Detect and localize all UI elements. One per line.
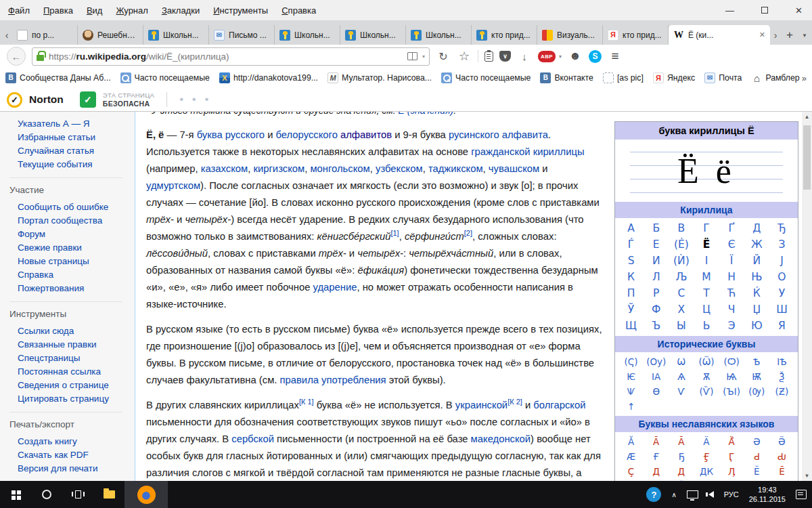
- sidebar-link[interactable]: Скачать как PDF: [18, 448, 122, 462]
- letter-cell[interactable]: М: [694, 269, 719, 285]
- letter-cell[interactable]: Ѕ: [618, 253, 644, 269]
- sidebar-link[interactable]: Новые страницы: [18, 255, 122, 268]
- article-link[interactable]: удмуртском: [146, 180, 200, 191]
- letter-cell[interactable]: Ӡ: [769, 479, 794, 481]
- article-link[interactable]: киргизском: [254, 163, 305, 174]
- letter-cell[interactable]: Ғ: [644, 449, 669, 464]
- letter-cell[interactable]: Д: [669, 464, 694, 479]
- letter-cell[interactable]: (Ѷ): [694, 384, 719, 399]
- letter-cell[interactable]: Ќ: [744, 285, 769, 301]
- letter-cell[interactable]: Ѱ: [618, 384, 644, 399]
- menu-item[interactable]: Файл: [8, 5, 30, 16]
- letter-cell[interactable]: Ѥ: [618, 369, 644, 384]
- browser-tab[interactable]: Письмо ...: [209, 25, 275, 45]
- letter-cell[interactable]: А: [618, 220, 644, 236]
- letter-cell[interactable]: (Оу): [644, 354, 669, 369]
- article-link[interactable]: ударение: [313, 282, 357, 293]
- letter-cell[interactable]: Е: [644, 236, 669, 253]
- letter-cell[interactable]: Я: [769, 318, 794, 334]
- letter-cell[interactable]: Ѧ: [669, 369, 694, 384]
- file-explorer-button[interactable]: [93, 481, 125, 508]
- browser-tab[interactable]: Школьн...: [406, 25, 472, 45]
- bookmark-item[interactable]: Часто посещаемые: [441, 72, 531, 83]
- browser-tab[interactable]: Школьн...: [275, 25, 340, 45]
- browser-tab[interactable]: Школьн...: [340, 25, 406, 45]
- letter-cell[interactable]: Ѣ: [744, 354, 769, 369]
- sidebar-link[interactable]: Указатель А — Я: [18, 117, 135, 131]
- reference-link[interactable]: [1]: [390, 229, 399, 237]
- menu-item[interactable]: Журнал: [116, 5, 148, 16]
- tab-list-dropdown-icon[interactable]: ▾: [798, 25, 811, 45]
- letter-cell[interactable]: Р: [644, 285, 669, 301]
- sidebar-link[interactable]: Портал сообщества: [18, 214, 122, 228]
- sidebar-link[interactable]: Избранные статьи: [18, 131, 135, 144]
- scrollbar-thumb[interactable]: [803, 125, 811, 190]
- letter-cell[interactable]: Б: [644, 220, 669, 236]
- letter-cell[interactable]: Э: [719, 318, 744, 334]
- menu-item[interactable]: Справка: [281, 5, 316, 16]
- menu-item[interactable]: Правка: [43, 5, 73, 16]
- letter-cell[interactable]: Ч: [719, 301, 744, 318]
- article-link[interactable]: казахском: [201, 163, 248, 174]
- reference-link[interactable]: [К 1]: [299, 398, 314, 406]
- reload-button[interactable]: ↻: [436, 50, 451, 63]
- hidden-icons-chevron[interactable]: ∧: [671, 491, 676, 499]
- sidebar-link[interactable]: Случайная статья: [18, 144, 135, 158]
- sidebar-link[interactable]: Форум: [18, 228, 122, 241]
- letter-cell[interactable]: (Ҁ): [618, 354, 644, 369]
- letter-cell[interactable]: Ѭ: [744, 369, 769, 384]
- letter-cell[interactable]: З: [769, 236, 794, 253]
- letter-cell[interactable]: Ѡ: [669, 354, 694, 369]
- letter-cell[interactable]: Є: [719, 236, 744, 253]
- letter-cell[interactable]: ЗК: [719, 479, 744, 481]
- bookmark-item[interactable]: Сообщества Даны Аб...: [5, 72, 111, 83]
- letter-cell[interactable]: Ҕ: [669, 449, 694, 464]
- sidebar-link[interactable]: Сведения о странице: [18, 379, 122, 392]
- letter-cell[interactable]: Ӗ: [744, 464, 769, 479]
- letter-cell[interactable]: Ã: [669, 434, 694, 449]
- article-link[interactable]: монгольском: [310, 163, 369, 174]
- letter-cell[interactable]: О: [769, 269, 794, 285]
- letter-cell[interactable]: Ӆ: [719, 464, 744, 479]
- sidebar-link[interactable]: Создать книгу: [18, 435, 122, 448]
- adblock-abp-icon[interactable]: ABP: [538, 51, 556, 62]
- letter-cell[interactable]: Ӕ: [618, 449, 644, 464]
- sidebar-link[interactable]: Связанные правки: [18, 338, 122, 352]
- browser-tab[interactable]: Решебни...: [78, 25, 143, 45]
- letter-cell[interactable]: Ԁ: [744, 449, 769, 464]
- menu-item[interactable]: Вид: [87, 5, 103, 16]
- reference-link[interactable]: [2]: [464, 229, 472, 237]
- letter-cell[interactable]: Ў: [618, 301, 644, 318]
- browser-tab[interactable]: Школьн...: [143, 25, 209, 45]
- letter-cell[interactable]: ІѢ: [769, 354, 794, 369]
- close-button[interactable]: ✕: [795, 5, 803, 16]
- letter-cell[interactable]: С: [669, 285, 694, 301]
- letter-cell[interactable]: (Ѻ): [719, 354, 744, 369]
- sidebar-link[interactable]: Спецстраницы: [18, 352, 122, 365]
- letter-cell[interactable]: Җ: [694, 479, 719, 481]
- maximize-button[interactable]: [761, 7, 768, 14]
- article-link[interactable]: украинской: [455, 400, 508, 410]
- browser-tab[interactable]: Визуаль...: [537, 25, 603, 45]
- letter-cell[interactable]: Ӷ: [719, 449, 744, 464]
- reference-link[interactable]: [К 2]: [508, 398, 522, 406]
- letter-cell[interactable]: (Ѹ): [744, 384, 769, 399]
- letter-cell[interactable]: К: [618, 269, 644, 285]
- bookmark-item[interactable]: Вконтакте: [540, 72, 593, 83]
- letter-cell[interactable]: Щ: [618, 318, 644, 334]
- article-link[interactable]: правила употребления: [280, 375, 386, 385]
- letter-cell[interactable]: (Ѿ): [694, 354, 719, 369]
- clipboard-icon[interactable]: [484, 51, 493, 62]
- letter-cell[interactable]: ДК: [694, 464, 719, 479]
- article-link[interactable]: алфавитов: [340, 129, 392, 140]
- letter-cell[interactable]: Ь: [694, 318, 719, 334]
- letter-cell[interactable]: Ф: [644, 301, 669, 318]
- letter-cell[interactable]: ІА: [644, 369, 669, 384]
- network-icon[interactable]: [687, 490, 698, 499]
- article-link[interactable]: русинского алфавита: [449, 129, 548, 140]
- menu-item[interactable]: Инструменты: [213, 5, 268, 16]
- letter-cell[interactable]: Н: [719, 269, 744, 285]
- letter-cell[interactable]: Ԃ: [769, 449, 794, 464]
- letter-cell[interactable]: Л: [644, 269, 669, 285]
- letter-cell[interactable]: (Ѐ): [669, 236, 694, 253]
